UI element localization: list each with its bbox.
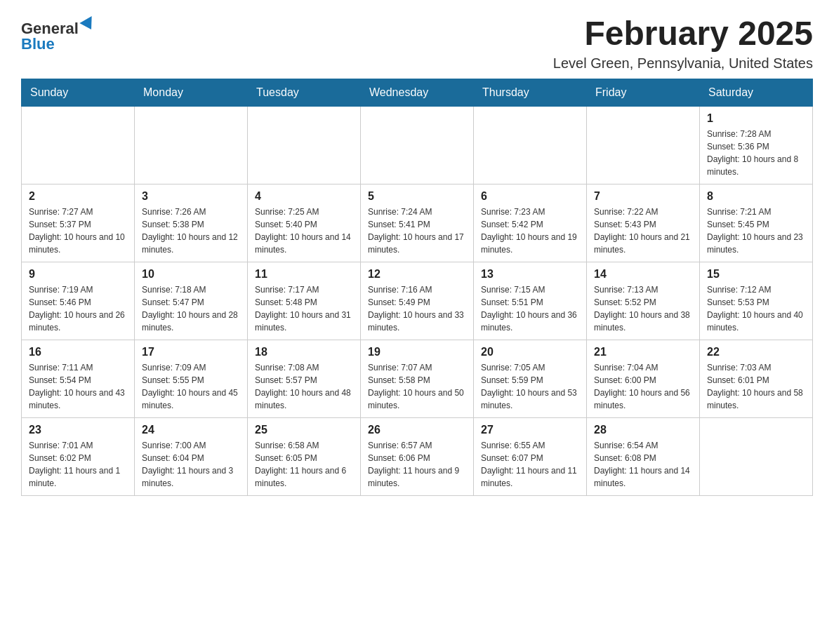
day-info: Sunrise: 7:21 AMSunset: 5:45 PMDaylight:… xyxy=(707,206,805,256)
week-row-1: 1Sunrise: 7:28 AMSunset: 5:36 PMDaylight… xyxy=(22,107,813,185)
day-number: 18 xyxy=(255,346,353,358)
day-info: Sunrise: 7:03 AMSunset: 6:01 PMDaylight:… xyxy=(707,361,805,412)
day-info: Sunrise: 7:25 AMSunset: 5:40 PMDaylight:… xyxy=(255,206,353,256)
day-info: Sunrise: 7:23 AMSunset: 5:42 PMDaylight:… xyxy=(481,206,579,256)
day-number: 4 xyxy=(255,190,353,203)
day-info: Sunrise: 7:01 AMSunset: 6:02 PMDaylight:… xyxy=(29,439,127,490)
day-number: 20 xyxy=(481,346,579,358)
calendar-cell xyxy=(248,107,361,185)
day-number: 5 xyxy=(368,190,466,203)
day-info: Sunrise: 6:54 AMSunset: 6:08 PMDaylight:… xyxy=(594,439,692,490)
calendar-cell: 28Sunrise: 6:54 AMSunset: 6:08 PMDayligh… xyxy=(587,418,700,496)
calendar-cell: 8Sunrise: 7:21 AMSunset: 5:45 PMDaylight… xyxy=(700,185,813,262)
calendar-cell: 24Sunrise: 7:00 AMSunset: 6:04 PMDayligh… xyxy=(135,418,248,496)
day-info: Sunrise: 7:04 AMSunset: 6:00 PMDaylight:… xyxy=(594,361,692,412)
day-info: Sunrise: 7:05 AMSunset: 5:59 PMDaylight:… xyxy=(481,361,579,412)
day-info: Sunrise: 7:13 AMSunset: 5:52 PMDaylight:… xyxy=(594,283,692,334)
day-number: 19 xyxy=(368,346,466,358)
day-info: Sunrise: 7:17 AMSunset: 5:48 PMDaylight:… xyxy=(255,283,353,334)
calendar-cell: 4Sunrise: 7:25 AMSunset: 5:40 PMDaylight… xyxy=(248,185,361,262)
calendar-header-tuesday: Tuesday xyxy=(248,79,361,107)
day-info: Sunrise: 7:22 AMSunset: 5:43 PMDaylight:… xyxy=(594,206,692,256)
day-number: 21 xyxy=(594,346,692,358)
day-number: 11 xyxy=(255,268,353,281)
calendar-cell: 12Sunrise: 7:16 AMSunset: 5:49 PMDayligh… xyxy=(361,262,474,340)
calendar-cell: 17Sunrise: 7:09 AMSunset: 5:55 PMDayligh… xyxy=(135,340,248,418)
day-info: Sunrise: 7:26 AMSunset: 5:38 PMDaylight:… xyxy=(142,206,240,256)
calendar-cell: 25Sunrise: 6:58 AMSunset: 6:05 PMDayligh… xyxy=(248,418,361,496)
calendar-cell: 14Sunrise: 7:13 AMSunset: 5:52 PMDayligh… xyxy=(587,262,700,340)
calendar-cell: 2Sunrise: 7:27 AMSunset: 5:37 PMDaylight… xyxy=(22,185,135,262)
day-number: 10 xyxy=(142,268,240,281)
day-info: Sunrise: 7:07 AMSunset: 5:58 PMDaylight:… xyxy=(368,361,466,412)
day-info: Sunrise: 7:00 AMSunset: 6:04 PMDaylight:… xyxy=(142,439,240,490)
title-section: February 2025 Level Green, Pennsylvania,… xyxy=(553,14,813,72)
day-number: 28 xyxy=(594,424,692,436)
day-info: Sunrise: 7:24 AMSunset: 5:41 PMDaylight:… xyxy=(368,206,466,256)
logo-triangle-icon xyxy=(79,16,97,33)
logo-general-text: General xyxy=(21,21,79,36)
day-number: 2 xyxy=(29,190,127,203)
calendar-header-thursday: Thursday xyxy=(474,79,587,107)
calendar-header-sunday: Sunday xyxy=(22,79,135,107)
logo-blue-text: Blue xyxy=(21,36,95,52)
page-header: General Blue February 2025 Level Green, … xyxy=(21,14,813,72)
calendar-cell xyxy=(22,107,135,185)
day-number: 27 xyxy=(481,424,579,436)
calendar-cell: 10Sunrise: 7:18 AMSunset: 5:47 PMDayligh… xyxy=(135,262,248,340)
calendar-cell: 27Sunrise: 6:55 AMSunset: 6:07 PMDayligh… xyxy=(474,418,587,496)
day-info: Sunrise: 7:19 AMSunset: 5:46 PMDaylight:… xyxy=(29,283,127,334)
day-info: Sunrise: 6:55 AMSunset: 6:07 PMDaylight:… xyxy=(481,439,579,490)
week-row-4: 16Sunrise: 7:11 AMSunset: 5:54 PMDayligh… xyxy=(22,340,813,418)
calendar-header-saturday: Saturday xyxy=(700,79,813,107)
calendar-cell: 5Sunrise: 7:24 AMSunset: 5:41 PMDaylight… xyxy=(361,185,474,262)
calendar-cell xyxy=(474,107,587,185)
calendar-cell: 16Sunrise: 7:11 AMSunset: 5:54 PMDayligh… xyxy=(22,340,135,418)
calendar-cell: 23Sunrise: 7:01 AMSunset: 6:02 PMDayligh… xyxy=(22,418,135,496)
week-row-2: 2Sunrise: 7:27 AMSunset: 5:37 PMDaylight… xyxy=(22,185,813,262)
day-info: Sunrise: 6:58 AMSunset: 6:05 PMDaylight:… xyxy=(255,439,353,490)
calendar-cell xyxy=(361,107,474,185)
week-row-5: 23Sunrise: 7:01 AMSunset: 6:02 PMDayligh… xyxy=(22,418,813,496)
calendar-cell: 19Sunrise: 7:07 AMSunset: 5:58 PMDayligh… xyxy=(361,340,474,418)
calendar-cell: 13Sunrise: 7:15 AMSunset: 5:51 PMDayligh… xyxy=(474,262,587,340)
day-info: Sunrise: 7:12 AMSunset: 5:53 PMDaylight:… xyxy=(707,283,805,334)
day-number: 26 xyxy=(368,424,466,436)
day-number: 24 xyxy=(142,424,240,436)
calendar-header-row: SundayMondayTuesdayWednesdayThursdayFrid… xyxy=(22,79,813,107)
day-number: 13 xyxy=(481,268,579,281)
calendar-table: SundayMondayTuesdayWednesdayThursdayFrid… xyxy=(21,79,813,496)
calendar-cell: 18Sunrise: 7:08 AMSunset: 5:57 PMDayligh… xyxy=(248,340,361,418)
day-info: Sunrise: 7:16 AMSunset: 5:49 PMDaylight:… xyxy=(368,283,466,334)
calendar-header-monday: Monday xyxy=(135,79,248,107)
calendar-header-wednesday: Wednesday xyxy=(361,79,474,107)
day-info: Sunrise: 7:28 AMSunset: 5:36 PMDaylight:… xyxy=(707,128,805,178)
day-number: 1 xyxy=(707,112,805,125)
day-number: 6 xyxy=(481,190,579,203)
calendar-cell: 9Sunrise: 7:19 AMSunset: 5:46 PMDaylight… xyxy=(22,262,135,340)
day-number: 8 xyxy=(707,190,805,203)
day-info: Sunrise: 7:11 AMSunset: 5:54 PMDaylight:… xyxy=(29,361,127,412)
day-number: 3 xyxy=(142,190,240,203)
month-title: February 2025 xyxy=(553,14,813,53)
day-number: 15 xyxy=(707,268,805,281)
day-info: Sunrise: 7:09 AMSunset: 5:55 PMDaylight:… xyxy=(142,361,240,412)
logo: General Blue xyxy=(21,21,95,52)
location-title: Level Green, Pennsylvania, United States xyxy=(553,55,813,72)
calendar-cell: 7Sunrise: 7:22 AMSunset: 5:43 PMDaylight… xyxy=(587,185,700,262)
day-number: 22 xyxy=(707,346,805,358)
calendar-cell: 3Sunrise: 7:26 AMSunset: 5:38 PMDaylight… xyxy=(135,185,248,262)
calendar-cell xyxy=(135,107,248,185)
calendar-cell: 15Sunrise: 7:12 AMSunset: 5:53 PMDayligh… xyxy=(700,262,813,340)
day-info: Sunrise: 7:15 AMSunset: 5:51 PMDaylight:… xyxy=(481,283,579,334)
calendar-cell: 20Sunrise: 7:05 AMSunset: 5:59 PMDayligh… xyxy=(474,340,587,418)
week-row-3: 9Sunrise: 7:19 AMSunset: 5:46 PMDaylight… xyxy=(22,262,813,340)
day-info: Sunrise: 7:27 AMSunset: 5:37 PMDaylight:… xyxy=(29,206,127,256)
day-number: 12 xyxy=(368,268,466,281)
calendar-cell: 1Sunrise: 7:28 AMSunset: 5:36 PMDaylight… xyxy=(700,107,813,185)
day-info: Sunrise: 7:18 AMSunset: 5:47 PMDaylight:… xyxy=(142,283,240,334)
calendar-cell: 11Sunrise: 7:17 AMSunset: 5:48 PMDayligh… xyxy=(248,262,361,340)
day-info: Sunrise: 7:08 AMSunset: 5:57 PMDaylight:… xyxy=(255,361,353,412)
calendar-cell: 21Sunrise: 7:04 AMSunset: 6:00 PMDayligh… xyxy=(587,340,700,418)
day-number: 25 xyxy=(255,424,353,436)
